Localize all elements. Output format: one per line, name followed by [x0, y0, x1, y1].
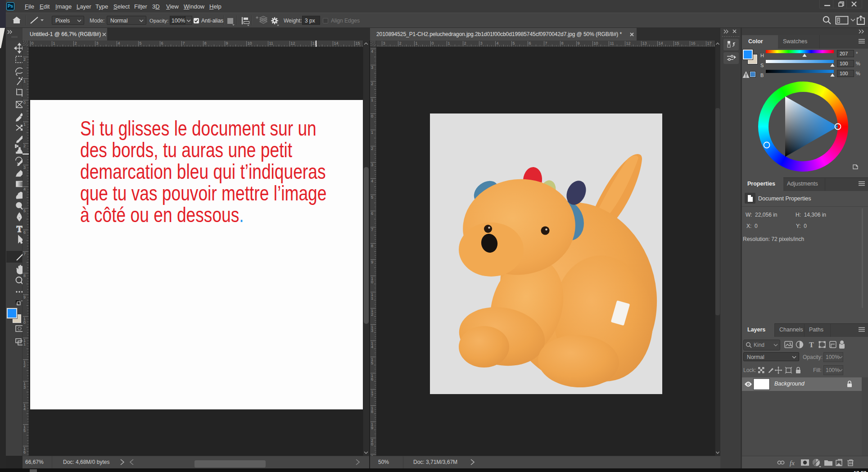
svg-text:0: 0: [32, 41, 34, 45]
svg-text:2: 2: [371, 312, 373, 317]
svg-text:6: 6: [23, 230, 26, 235]
svg-text:3: 3: [480, 41, 483, 45]
svg-text:3: 3: [371, 65, 373, 70]
svg-text:15: 15: [356, 41, 360, 45]
svg-text:4: 4: [371, 345, 373, 349]
svg-text:0: 0: [23, 100, 26, 105]
svg-text:6: 6: [23, 450, 26, 454]
svg-text:0: 0: [371, 280, 373, 284]
svg-text:10: 10: [248, 41, 252, 45]
svg-text:5: 5: [371, 195, 373, 200]
svg-text:2: 2: [371, 82, 373, 86]
svg-text:0: 0: [432, 41, 434, 45]
svg-text:4: 4: [118, 41, 120, 45]
svg-text:4: 4: [371, 49, 373, 54]
svg-text:3: 3: [371, 163, 373, 167]
svg-text:7: 7: [23, 252, 26, 256]
svg-text:3: 3: [23, 165, 26, 170]
svg-text:2: 2: [399, 41, 402, 45]
svg-text:T: T: [17, 224, 23, 234]
svg-text:7: 7: [371, 393, 373, 398]
svg-text:9: 9: [371, 426, 373, 430]
svg-text:7: 7: [371, 227, 373, 232]
svg-text:8: 8: [23, 273, 26, 278]
svg-text:0: 0: [371, 442, 373, 446]
svg-text:1: 1: [371, 130, 373, 135]
svg-text:fx: fx: [790, 459, 795, 467]
svg-text:1: 1: [371, 296, 373, 300]
svg-text:5: 5: [371, 361, 373, 365]
svg-text:8: 8: [204, 41, 207, 45]
svg-text:9: 9: [23, 295, 26, 300]
svg-text:10: 10: [594, 41, 598, 45]
svg-text:0: 0: [23, 320, 26, 325]
svg-text:3: 3: [383, 41, 385, 45]
svg-text:2: 2: [464, 41, 466, 45]
svg-text:6: 6: [161, 41, 163, 45]
svg-text:4: 4: [23, 407, 26, 411]
svg-text:2: 2: [23, 363, 26, 368]
svg-text:T: T: [809, 341, 814, 349]
svg-text:1: 1: [371, 98, 373, 102]
svg-text:4: 4: [497, 41, 499, 45]
svg-text:1: 1: [23, 122, 26, 127]
svg-text:6: 6: [371, 377, 373, 381]
svg-text:14: 14: [659, 41, 663, 45]
svg-text:4: 4: [371, 179, 373, 183]
svg-text:2: 2: [23, 57, 26, 62]
svg-text:3: 3: [96, 41, 99, 45]
svg-text:9: 9: [371, 260, 373, 264]
svg-text:3: 3: [371, 328, 373, 333]
svg-text:8: 8: [371, 409, 373, 414]
svg-text:14: 14: [334, 41, 339, 45]
svg-text:8: 8: [371, 244, 373, 248]
svg-text:5: 5: [140, 41, 142, 45]
svg-text:17: 17: [707, 41, 712, 45]
svg-text:5: 5: [23, 209, 26, 213]
svg-text:2: 2: [371, 146, 373, 151]
svg-text:1: 1: [53, 41, 55, 45]
svg-text:3: 3: [23, 385, 26, 390]
svg-text:11: 11: [610, 41, 614, 45]
svg-text:5: 5: [23, 428, 26, 433]
svg-text:6: 6: [529, 41, 531, 45]
svg-text:2: 2: [23, 144, 26, 148]
svg-text:11: 11: [269, 41, 273, 45]
svg-text:1: 1: [448, 41, 450, 45]
svg-text:8: 8: [561, 41, 564, 45]
svg-text:12: 12: [291, 41, 295, 45]
svg-text:5: 5: [513, 41, 515, 45]
svg-text:7: 7: [545, 41, 547, 45]
svg-text:9: 9: [578, 41, 580, 45]
svg-text:2: 2: [75, 41, 77, 45]
svg-text:1: 1: [23, 342, 26, 346]
svg-text:1: 1: [416, 41, 418, 45]
svg-text:16: 16: [691, 41, 696, 45]
svg-text:6: 6: [371, 211, 373, 216]
svg-text:12: 12: [626, 41, 631, 45]
svg-text:15: 15: [675, 41, 679, 45]
svg-text:0: 0: [371, 114, 373, 118]
svg-text:9: 9: [226, 41, 228, 45]
svg-text:1: 1: [23, 79, 26, 83]
svg-text:13: 13: [642, 41, 647, 45]
svg-text:4: 4: [23, 187, 26, 191]
svg-text:7: 7: [183, 41, 185, 45]
